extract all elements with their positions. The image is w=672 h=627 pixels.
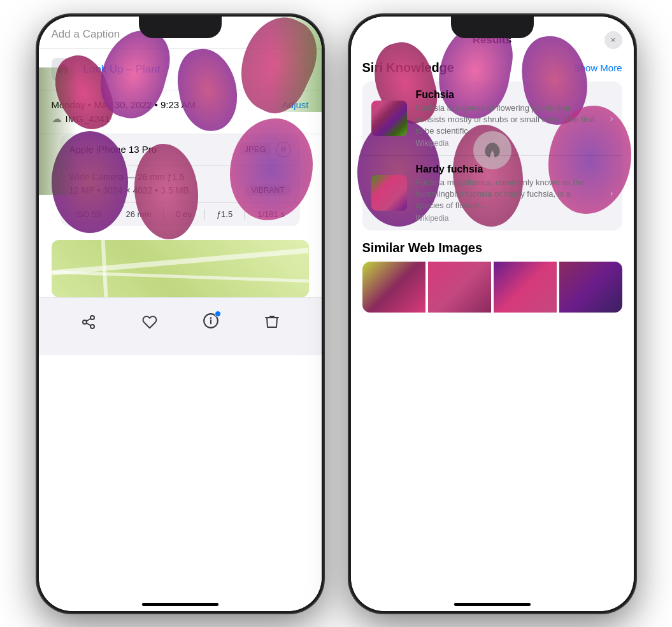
home-indicator-right: [454, 603, 531, 606]
notch: [139, 17, 222, 38]
aperture: ƒ1.5: [217, 209, 232, 219]
fuchsia-text: Fuchsia Fuchsia is a genus of flowering …: [416, 89, 597, 148]
similar-images[interactable]: [362, 262, 622, 313]
info-button[interactable]: [197, 308, 225, 336]
left-phone: Add a Caption Look Up – Plant ›: [37, 15, 324, 613]
hardy-chevron: ›: [610, 188, 613, 198]
delete-button[interactable]: [258, 308, 286, 336]
hardy-source: Wikipedia: [416, 214, 597, 223]
similar-img-4[interactable]: [559, 262, 622, 313]
similar-img-2[interactable]: [428, 262, 491, 313]
hardy-desc: Fuchsia magellanica, commonly known as t…: [416, 177, 597, 212]
results-content[interactable]: Siri Knowledge Show More Fuchsia Fuchsia…: [351, 54, 634, 611]
similar-section: Similar Web Images: [362, 241, 622, 313]
fuchsia-name: Fuchsia: [416, 89, 597, 101]
similar-img-1[interactable]: [362, 262, 425, 313]
phones-container: Add a Caption Look Up – Plant ›: [0, 0, 672, 627]
close-button[interactable]: ×: [604, 31, 622, 49]
home-indicator-left: [142, 603, 218, 606]
knowledge-card: Fuchsia Fuchsia is a genus of flowering …: [362, 81, 622, 230]
share-button[interactable]: [75, 308, 103, 336]
hardy-text: Hardy fuchsia Fuchsia magellanica, commo…: [416, 164, 597, 223]
fuchsia-chevron: ›: [610, 113, 613, 123]
notch-right: [451, 17, 534, 38]
right-phone: Results × Siri Knowledge Show More: [349, 15, 636, 613]
lookup-dot: [490, 441, 494, 446]
map-area[interactable]: [52, 240, 309, 297]
similar-title: Similar Web Images: [362, 241, 622, 255]
info-badge-dot: [215, 311, 221, 317]
fuchsia-source: Wikipedia: [416, 139, 597, 148]
favorite-button[interactable]: [136, 308, 164, 336]
similar-img-3[interactable]: [494, 262, 557, 313]
fuchsia-desc: Fuchsia is a genus of flowering plants t…: [416, 102, 597, 137]
knowledge-item-fuchsia[interactable]: Fuchsia Fuchsia is a genus of flowering …: [362, 81, 622, 156]
hardy-name: Hardy fuchsia: [416, 164, 597, 175]
results-sheet: Results × Siri Knowledge Show More: [351, 17, 634, 611]
hardy-thumb: [371, 175, 407, 211]
knowledge-item-hardy[interactable]: Hardy fuchsia Fuchsia magellanica, commo…: [362, 155, 622, 230]
fuchsia-thumb: [371, 101, 407, 136]
bottom-toolbar: [39, 297, 322, 355]
caption-input[interactable]: Add a Caption: [52, 28, 120, 40]
